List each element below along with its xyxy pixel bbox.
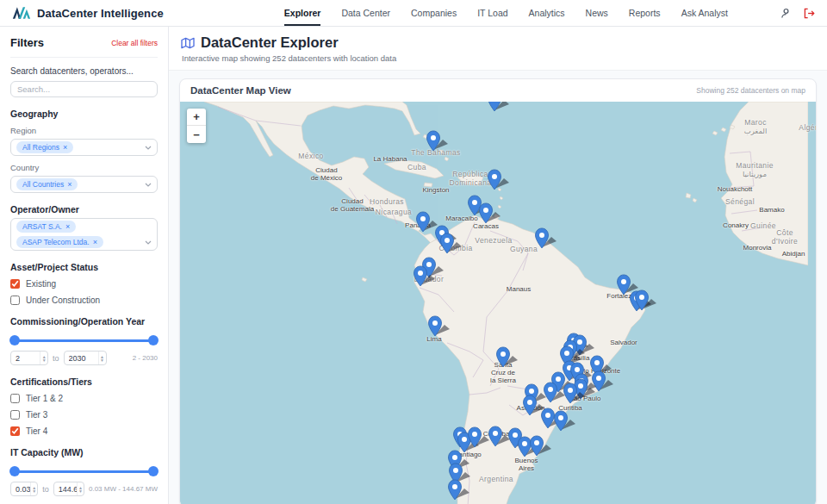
- operator-chip-label: ARSAT S.A.: [22, 222, 62, 231]
- tier-option-3[interactable]: Tier 3: [10, 410, 158, 420]
- map-canvas[interactable]: + − MéxicoCiudad de MéxicoLa HabanaCubaT…: [180, 102, 816, 504]
- capacity-slider-handle-min[interactable]: [9, 466, 20, 476]
- region-chip-label: All Regions: [22, 143, 59, 152]
- logout-icon[interactable]: [804, 8, 815, 19]
- map-card-title: DataCenter Map View: [190, 85, 291, 96]
- capacity-range-note: 0.03 MW - 144.67 MW: [89, 485, 158, 493]
- year-min-input[interactable]: [16, 354, 40, 363]
- year-range-slider[interactable]: [10, 335, 158, 345]
- tier-4-checkbox[interactable]: [10, 426, 20, 436]
- nav-item-data-center[interactable]: Data Center: [341, 0, 390, 26]
- map-count-status: Showing 252 datacenters on map: [696, 86, 805, 95]
- chevron-down-icon: [145, 240, 152, 245]
- year-heading: Commissioning/Operation Year: [10, 316, 158, 327]
- tier-1-2-checkbox[interactable]: [10, 394, 20, 403]
- region-select[interactable]: All Regions ×: [10, 139, 158, 156]
- nav-item-it-load[interactable]: IT Load: [477, 0, 507, 26]
- country-chip[interactable]: All Countries ×: [16, 178, 78, 190]
- page-title: DataCenter Explorer: [201, 34, 339, 51]
- map-pin[interactable]: [425, 130, 451, 154]
- country-select[interactable]: All Countries ×: [10, 176, 158, 193]
- map-pin[interactable]: [633, 289, 659, 314]
- nav-item-reports[interactable]: Reports: [629, 0, 661, 26]
- map-card: DataCenter Map View Showing 252 datacent…: [179, 78, 817, 504]
- capacity-max-box: ▲▼: [53, 482, 84, 496]
- map-pin[interactable]: [446, 479, 472, 503]
- year-slider-handle-min[interactable]: [9, 335, 20, 345]
- status-option-under-construction[interactable]: Under Construction: [10, 296, 158, 305]
- year-slider-handle-max[interactable]: [148, 335, 159, 345]
- stepper-icon[interactable]: ▲▼: [40, 352, 47, 364]
- main-content: DataCenter Explorer Interactive map show…: [169, 27, 827, 504]
- map-pin[interactable]: [552, 410, 578, 434]
- map-zoom-control: + −: [187, 109, 206, 143]
- operator-chip[interactable]: ARSAT S.A. ×: [16, 221, 76, 233]
- capacity-min-box: ▲▼: [10, 482, 38, 496]
- main-nav: Explorer Data Center Companies IT Load A…: [284, 0, 728, 26]
- capacity-slider-handle-max[interactable]: [148, 466, 159, 476]
- existing-checkbox[interactable]: [10, 279, 20, 289]
- checkbox-label: Tier 3: [26, 410, 47, 420]
- stepper-icon[interactable]: ▲▼: [98, 352, 106, 364]
- page-subtitle: Interactive map showing 252 datacenters …: [182, 53, 815, 63]
- chip-remove-icon[interactable]: ×: [63, 144, 67, 152]
- nav-item-companies[interactable]: Companies: [411, 0, 457, 26]
- map-pin[interactable]: [494, 346, 520, 370]
- chip-remove-icon[interactable]: ×: [67, 181, 72, 189]
- zoom-out-button[interactable]: −: [187, 126, 206, 143]
- year-range-note: 2 - 2030: [133, 354, 158, 362]
- chevron-down-icon: [145, 183, 152, 187]
- tier-option-1-2[interactable]: Tier 1 & 2: [10, 394, 158, 403]
- capacity-min-input[interactable]: [16, 485, 30, 494]
- app-brand[interactable]: DataCenter Intelligence: [12, 6, 164, 20]
- map-pin[interactable]: [562, 383, 588, 407]
- region-label: Region: [10, 126, 158, 135]
- tier-option-4[interactable]: Tier 4: [10, 426, 158, 436]
- nav-item-analytics[interactable]: Analytics: [529, 0, 565, 26]
- map-pin[interactable]: [412, 265, 438, 289]
- to-label: to: [42, 485, 49, 494]
- map-pin[interactable]: [477, 202, 503, 227]
- region-chip[interactable]: All Regions ×: [16, 141, 73, 153]
- stepper-icon[interactable]: ▲▼: [30, 482, 37, 495]
- country-label: Country: [10, 163, 158, 172]
- nav-item-ask-analyst[interactable]: Ask Analyst: [681, 0, 728, 26]
- stepper-icon[interactable]: ▲▼: [77, 482, 84, 495]
- checkbox-label: Tier 4: [26, 426, 47, 436]
- map-icon: [181, 37, 195, 49]
- chip-remove-icon[interactable]: ×: [65, 223, 70, 231]
- map-pin[interactable]: [438, 233, 464, 257]
- clear-all-filters-link[interactable]: Clear all filters: [111, 39, 158, 47]
- tiers-heading: Certifications/Tiers: [10, 376, 158, 387]
- search-input[interactable]: [17, 84, 151, 94]
- page-header: DataCenter Explorer Interactive map show…: [169, 27, 827, 71]
- map-pin[interactable]: [426, 315, 452, 339]
- year-max-input[interactable]: [69, 354, 98, 363]
- map-pin[interactable]: [486, 102, 512, 115]
- operator-chip[interactable]: ASAP Telecom Ltda. ×: [16, 236, 103, 248]
- map-pin[interactable]: [528, 435, 554, 459]
- tier-3-checkbox[interactable]: [10, 410, 20, 420]
- map-pin[interactable]: [533, 227, 559, 252]
- year-min-box: ▲▼: [10, 351, 48, 365]
- operator-select[interactable]: ARSAT S.A. × ASAP Telecom Ltda. ×: [10, 218, 158, 251]
- status-heading: Asset/Project Status: [10, 262, 158, 272]
- capacity-range-slider[interactable]: [10, 466, 158, 476]
- under-construction-checkbox[interactable]: [10, 296, 20, 305]
- capacity-max-input[interactable]: [59, 485, 77, 494]
- search-box: [10, 81, 158, 97]
- user-profile-icon[interactable]: [780, 8, 792, 19]
- nav-item-news[interactable]: News: [586, 0, 608, 26]
- checkbox-label: Tier 1 & 2: [26, 394, 63, 403]
- map-pin[interactable]: [486, 169, 512, 193]
- to-label: to: [53, 354, 59, 363]
- app-logo-icon: [12, 6, 31, 20]
- map-pin[interactable]: [487, 426, 513, 450]
- nav-item-explorer[interactable]: Explorer: [284, 0, 321, 26]
- operator-chip-label: ASAP Telecom Ltda.: [22, 238, 90, 246]
- country-chip-label: All Countries: [22, 180, 64, 189]
- operator-heading: Operator/Owner: [10, 204, 158, 215]
- zoom-in-button[interactable]: +: [187, 109, 206, 126]
- status-option-existing[interactable]: Existing: [10, 279, 158, 289]
- chip-remove-icon[interactable]: ×: [93, 239, 97, 246]
